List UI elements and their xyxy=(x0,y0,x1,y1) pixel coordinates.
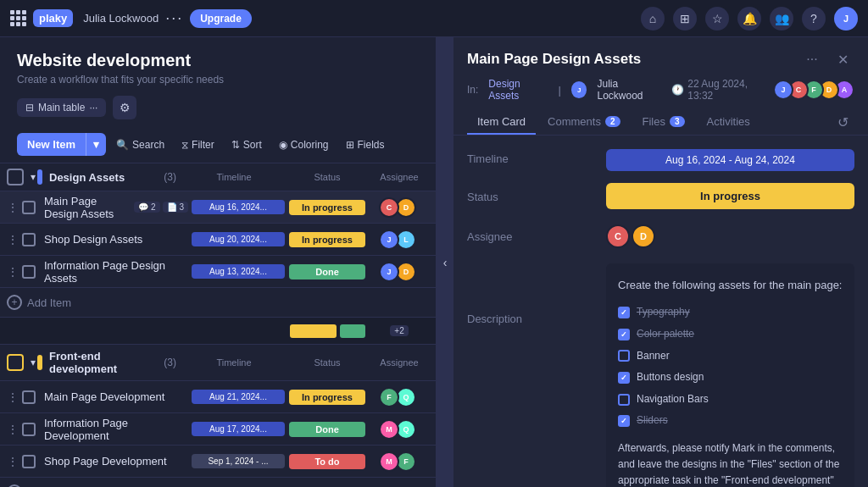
group-checkbox[interactable] xyxy=(7,169,24,185)
table-row[interactable]: ⋮ Information Page Development Aug 17, 2… xyxy=(0,413,436,445)
sort-button[interactable]: ⇅ Sort xyxy=(225,135,269,155)
upgrade-button[interactable]: Upgrade xyxy=(190,9,252,28)
row-checkbox[interactable] xyxy=(22,423,36,436)
fields-icon: ⊞ xyxy=(346,139,354,151)
row-checkbox[interactable] xyxy=(22,233,36,246)
row-dots-icon[interactable]: ⋮ xyxy=(7,455,19,468)
checklist-item-buttons[interactable]: ✓ Buttons design xyxy=(618,368,843,387)
checklist-label: Color palette xyxy=(637,325,694,344)
checkbox-icon: ✓ xyxy=(618,415,630,427)
sort-icon: ⇅ xyxy=(231,139,240,151)
timeline-chip: Sep 1, 2024 - ... xyxy=(192,454,285,468)
main-layout: Website development Create a workflow th… xyxy=(0,37,868,487)
row-dots-icon[interactable]: ⋮ xyxy=(7,201,19,214)
add-item-row[interactable]: + Add Item xyxy=(0,288,436,318)
group-color-bar xyxy=(37,169,42,185)
people-icon[interactable]: 👥 xyxy=(770,7,793,30)
close-detail-button[interactable]: ✕ xyxy=(831,47,854,71)
row-dots-icon[interactable]: ⋮ xyxy=(7,423,19,436)
refresh-icon[interactable]: ↺ xyxy=(831,111,854,135)
checkbox-icon xyxy=(618,394,630,406)
inbox-icon[interactable]: ⊞ xyxy=(673,7,697,30)
row-checkbox[interactable] xyxy=(22,390,36,404)
table-area: ▾ Design Assets (3) Timeline Status Assi… xyxy=(0,163,436,487)
field-values: Aug 16, 2024 - Aug 24, 2024 In progress … xyxy=(606,149,854,473)
timeline-chip: Aug 16, 2024... xyxy=(192,200,285,214)
checklist-item-sliders[interactable]: ✓ Sliders xyxy=(618,412,843,430)
search-button[interactable]: 🔍 Search xyxy=(109,135,171,155)
search-label: Search xyxy=(132,139,164,151)
group-header-frontend: ▾ Front-end development (3) Timeline Sta… xyxy=(0,345,436,381)
right-header-actions: ··· ✕ xyxy=(800,47,854,71)
right-content: Timeline Status Assignee Description Aug… xyxy=(453,136,868,487)
fields-label: Fields xyxy=(358,139,385,151)
description-box: Create the following assets for the main… xyxy=(606,263,854,487)
assignee-avatar: F xyxy=(379,387,399,407)
more-options-detail-button[interactable]: ··· xyxy=(800,47,824,71)
checklist-item-typography[interactable]: ✓ Typography xyxy=(618,303,843,322)
checklist-item-navbars[interactable]: Navigation Bars xyxy=(618,390,843,409)
status-chip: To do xyxy=(289,454,365,469)
row-actions: ⋮ xyxy=(7,201,41,214)
assignee-avatar: J xyxy=(379,230,399,250)
settings-icon[interactable]: ⚙ xyxy=(113,96,136,119)
row-dots-icon[interactable]: ⋮ xyxy=(7,390,19,404)
fields-button[interactable]: ⊞ Fields xyxy=(339,135,392,155)
row-item-name: Shop Design Assets xyxy=(41,233,192,246)
meta-date: 22 Aug 2024, 13:32 xyxy=(687,78,768,102)
bell-icon[interactable]: 🔔 xyxy=(737,7,761,30)
checklist-item-color[interactable]: ✓ Color palette xyxy=(618,325,843,344)
checkbox-icon: ✓ xyxy=(618,372,630,384)
meta-separator: | xyxy=(559,84,561,97)
row-dots-icon[interactable]: ⋮ xyxy=(7,265,19,279)
description-note: Afterwards, please notify Mark in the co… xyxy=(618,440,843,487)
home-icon[interactable]: ⌂ xyxy=(641,7,665,30)
panel-collapse-arrow[interactable]: ‹ xyxy=(437,37,453,487)
help-icon[interactable]: ? xyxy=(802,7,826,30)
group-checkbox[interactable] xyxy=(7,354,24,371)
status-chip: Done xyxy=(289,264,365,279)
row-checkbox[interactable] xyxy=(22,201,36,214)
tab-item-card[interactable]: Item Card xyxy=(467,110,536,135)
checklist-item-banner[interactable]: Banner xyxy=(618,347,843,366)
filter-button[interactable]: ⧖ Filter xyxy=(175,135,221,155)
group-count: (3) xyxy=(164,357,176,368)
table-row[interactable]: ⋮ Main Page Development Aug 21, 2024... … xyxy=(0,381,436,413)
plus-count: +2 xyxy=(390,325,408,336)
group-header-design-assets: ▾ Design Assets (3) Timeline Status Assi… xyxy=(0,163,436,191)
status-chip: In progress xyxy=(289,390,365,405)
star-icon[interactable]: ☆ xyxy=(705,7,729,30)
apps-icon[interactable] xyxy=(10,10,26,26)
section-link[interactable]: Design Assets xyxy=(488,78,548,102)
new-item-arrow-icon[interactable]: ▾ xyxy=(86,133,106,156)
group-expand-button[interactable]: ▾ xyxy=(29,169,37,185)
check-mark-icon: ✓ xyxy=(620,414,627,428)
table-row[interactable]: ⋮ Information Page Design Assets Aug 13,… xyxy=(0,256,436,288)
description-heading: Create the following assets for the main… xyxy=(618,275,843,295)
group-expand-button[interactable]: ▾ xyxy=(29,355,37,370)
row-actions: ⋮ xyxy=(7,423,41,436)
table-row[interactable]: ⋮ Shop Design Assets Aug 20, 2024... In … xyxy=(0,224,436,256)
row-actions: ⋮ xyxy=(7,455,41,468)
tab-files[interactable]: Files 3 xyxy=(632,110,695,135)
assignee-avatar: M xyxy=(379,419,399,440)
coloring-button[interactable]: ◉ Coloring xyxy=(272,135,336,155)
main-table-tab[interactable]: ⊟ Main table ··· xyxy=(17,98,106,117)
tab-comments[interactable]: Comments 2 xyxy=(537,110,630,135)
checklist-label: Buttons design xyxy=(637,368,704,387)
row-checkbox[interactable] xyxy=(22,265,36,279)
more-options-button[interactable]: ··· xyxy=(165,9,183,27)
add-item-icon: + xyxy=(7,295,22,310)
table-row[interactable]: ⋮ Main Page Design Assets 💬 2 📄 3 Aug 16… xyxy=(0,191,436,224)
row-dots-icon[interactable]: ⋮ xyxy=(7,233,19,246)
tab-activities[interactable]: Activities xyxy=(697,110,760,135)
new-item-button[interactable]: New Item ▾ xyxy=(17,133,106,156)
row-checkbox[interactable] xyxy=(22,455,36,468)
meta-avatars: J C F D A xyxy=(778,80,854,100)
table-row[interactable]: ⋮ Shop Page Development Sep 1, 2024 - ..… xyxy=(0,445,436,478)
nav-left: plaky Julia Lockwood ··· Upgrade xyxy=(10,9,252,28)
tab-comments-label: Comments xyxy=(548,115,601,128)
user-avatar[interactable]: J xyxy=(834,7,858,30)
field-labels: Timeline Status Assignee Description xyxy=(467,149,586,473)
add-item-row-2[interactable]: + Add Item xyxy=(0,478,436,487)
